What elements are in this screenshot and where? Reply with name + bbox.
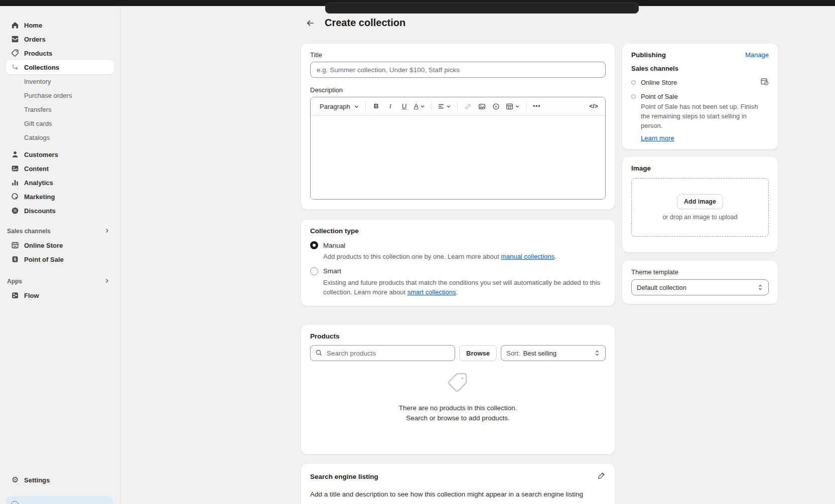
insert-video-button[interactable]: [490, 100, 503, 113]
sidebar-item-products[interactable]: Products: [6, 46, 114, 60]
sales-channels-subheading: Sales channels: [631, 65, 769, 72]
schedule-calendar-icon[interactable]: [760, 77, 769, 88]
edit-pencil-icon[interactable]: [597, 471, 606, 482]
title-label: Title: [310, 51, 606, 59]
sidebar-item-customers[interactable]: Customers: [6, 147, 114, 161]
search-products-input[interactable]: [310, 345, 455, 361]
sidebar-item-gift-cards[interactable]: Gift cards: [6, 116, 114, 130]
sidebar-item-point-of-sale[interactable]: $ Point of Sale: [6, 252, 114, 266]
radio-manual[interactable]: Manual: [310, 241, 606, 249]
sidebar-item-settings[interactable]: ⚙ Settings: [6, 473, 114, 487]
sidebar-section-apps[interactable]: Apps: [6, 274, 114, 288]
image-icon: [478, 103, 486, 110]
sidebar-item-content[interactable]: Content: [6, 161, 114, 176]
radio-unselected-icon[interactable]: [310, 267, 318, 275]
media-icon: [10, 163, 20, 174]
sidebar-item-online-store[interactable]: Online Store: [6, 238, 114, 252]
sidebar-item-label: Content: [24, 165, 49, 173]
insert-image-button[interactable]: [476, 100, 489, 113]
bold-button[interactable]: B: [370, 100, 383, 113]
add-image-button[interactable]: Add image: [677, 194, 723, 209]
bar-chart-icon: [10, 178, 20, 188]
seo-heading: Search engine listing: [310, 473, 378, 480]
pos-icon: $: [10, 254, 20, 264]
sidebar-item-label: Products: [24, 50, 52, 57]
sidebar-item-label: Inventory: [24, 78, 51, 85]
updown-chevron-icon: [757, 284, 763, 291]
radio-selected-icon[interactable]: [310, 241, 318, 249]
sidebar-item-collections[interactable]: Collections: [6, 60, 114, 74]
manage-link[interactable]: Manage: [745, 51, 769, 59]
underline-button[interactable]: U: [398, 100, 411, 113]
sidebar-bottom-banner[interactable]: [6, 496, 113, 504]
sidebar-item-label: Flow: [24, 292, 39, 299]
smart-collections-link[interactable]: smart collections: [407, 288, 456, 296]
editor-toolbar: Paragraph B I U A: [311, 97, 605, 116]
products-controls: Browse Sort: Best selling: [310, 345, 606, 361]
toolbar-divider: [365, 101, 366, 111]
theme-template-select[interactable]: Default collection: [631, 279, 769, 295]
channel-row-point-of-sale: Point of Sale: [631, 93, 769, 100]
browse-button[interactable]: Browse: [459, 345, 497, 361]
show-html-button[interactable]: </>: [587, 100, 600, 113]
channel-status-icon: [631, 94, 636, 99]
image-heading: Image: [631, 164, 769, 172]
description-textarea[interactable]: [311, 116, 605, 199]
sidebar-item-label: Analytics: [24, 179, 53, 187]
sidebar-item-home[interactable]: Home: [6, 18, 114, 32]
sidebar-item-inventory[interactable]: Inventory: [6, 74, 114, 88]
sidebar-item-label: Transfers: [24, 106, 51, 113]
back-button[interactable]: [305, 18, 316, 29]
card-products: Products Browse Sort: Best selling There…: [301, 325, 615, 454]
card-publishing: Publishing Manage Sales channels Online …: [622, 44, 778, 149]
channel-row-online-store: Online Store: [631, 77, 769, 88]
sidebar-section-sales-channels[interactable]: Sales channels: [6, 224, 114, 238]
sidebar-item-label: Marketing: [24, 193, 55, 201]
sort-select[interactable]: Sort: Best selling: [501, 345, 606, 361]
card-image: Image Add image or drop an image to uplo…: [622, 157, 778, 252]
sidebar-item-flow[interactable]: Flow: [6, 288, 114, 302]
radio-smart[interactable]: Smart: [310, 267, 606, 275]
table-dropdown[interactable]: [504, 100, 522, 113]
sidebar-item-purchase-orders[interactable]: Purchase orders: [6, 88, 114, 102]
sidebar-nav: Home Orders Products Collections Invento…: [0, 6, 120, 504]
seo-description: Add a title and description to see how t…: [310, 490, 606, 498]
page-title: Create collection: [325, 17, 405, 29]
alignment-dropdown[interactable]: [436, 100, 453, 113]
toolbar-divider: [431, 101, 432, 111]
sidebar-item-label: Home: [24, 22, 42, 29]
manual-description: Add products to this collection one by o…: [323, 252, 606, 262]
play-circle-icon: [492, 103, 500, 110]
sub-arrow-icon: [10, 62, 20, 72]
topbar-search-field[interactable]: [325, 3, 639, 14]
sidebar-item-analytics[interactable]: Analytics: [6, 176, 114, 190]
sidebar-item-transfers[interactable]: Transfers: [6, 102, 114, 116]
learn-more-link[interactable]: Learn more: [641, 134, 674, 142]
title-input[interactable]: [310, 62, 606, 78]
sidebar-item-marketing[interactable]: Marketing: [6, 190, 114, 204]
gear-icon: ⚙: [10, 475, 20, 485]
table-icon: [506, 103, 513, 110]
image-dropzone[interactable]: Add image or drop an image to upload: [631, 178, 769, 237]
italic-button[interactable]: I: [384, 100, 397, 113]
empty-state-line2: Search or browse to add products.: [310, 413, 606, 423]
manual-collections-link[interactable]: manual collections: [501, 253, 554, 260]
svg-text:$: $: [14, 257, 17, 262]
sidebar-item-catalogs[interactable]: Catalogs: [6, 130, 114, 144]
link-button[interactable]: [462, 100, 475, 113]
target-icon: [10, 192, 20, 202]
app-frame: Home Orders Products Collections Invento…: [0, 0, 835, 504]
sidebar-item-orders[interactable]: Orders: [6, 32, 114, 46]
sidebar-item-label: Catalogs: [24, 134, 50, 141]
text-color-dropdown[interactable]: A: [412, 100, 427, 113]
discount-badge-icon: [10, 206, 20, 216]
card-theme-template: Theme template Default collection: [622, 261, 778, 304]
sidebar-item-label: Point of Sale: [24, 256, 64, 263]
page-header: Create collection: [305, 17, 405, 29]
sidebar-item-label: Gift cards: [24, 120, 52, 127]
paragraph-style-dropdown[interactable]: Paragraph: [316, 100, 361, 113]
sidebar-item-discounts[interactable]: Discounts: [6, 204, 114, 218]
products-empty-state: There are no products in this collection…: [310, 371, 606, 423]
more-options-button[interactable]: •••: [530, 100, 543, 113]
publishing-heading: Publishing: [631, 51, 666, 59]
